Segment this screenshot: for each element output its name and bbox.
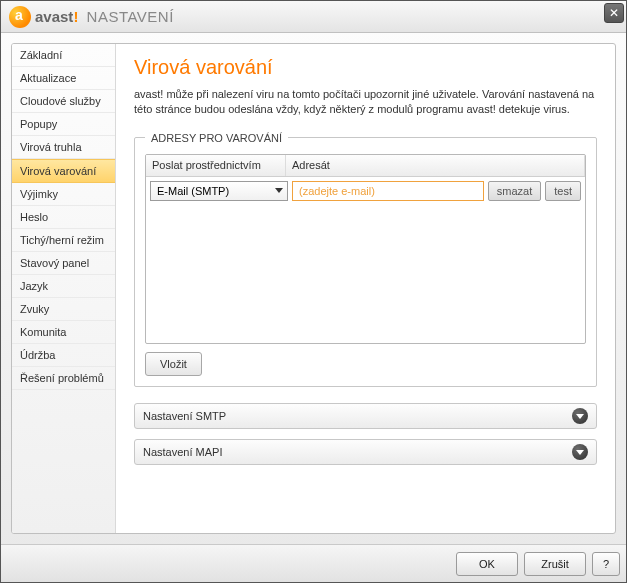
recipient-input[interactable]: (zadejte e-mail): [292, 181, 484, 201]
col-recipient: Adresát: [286, 155, 585, 176]
avast-logo-icon: [9, 6, 31, 28]
window-body: ZákladníAktualizaceCloudové službyPopupy…: [1, 33, 626, 544]
chevron-down-icon: [275, 188, 283, 193]
recipient-placeholder: (zadejte e-mail): [299, 185, 375, 197]
sidebar-item-6[interactable]: Výjimky: [12, 183, 115, 206]
sidebar-item-9[interactable]: Stavový panel: [12, 252, 115, 275]
settings-window: avast! NASTAVENÍ ✕ ZákladníAktualizaceCl…: [0, 0, 627, 583]
titlebar: avast! NASTAVENÍ ✕: [1, 1, 626, 33]
title-text: avast! NASTAVENÍ: [35, 8, 174, 25]
chevron-down-icon: [572, 444, 588, 460]
alert-addresses-group: ADRESY PRO VAROVÁNÍ Poslat prostřednictv…: [134, 132, 597, 387]
footer: OK Zrušit ?: [1, 544, 626, 582]
brand-excl: !: [73, 8, 78, 25]
smtp-expander[interactable]: Nastavení SMTP: [134, 403, 597, 429]
test-button[interactable]: test: [545, 181, 581, 201]
page-title: Virová varování: [134, 56, 597, 79]
sidebar-item-7[interactable]: Heslo: [12, 206, 115, 229]
sidebar-item-0[interactable]: Základní: [12, 44, 115, 67]
chevron-down-icon: [572, 408, 588, 424]
method-select[interactable]: E-Mail (SMTP): [150, 181, 288, 201]
sidebar-item-12[interactable]: Komunita: [12, 321, 115, 344]
insert-button[interactable]: Vložit: [145, 352, 202, 376]
table-row: E-Mail (SMTP) (zadejte e-mail) smazat te…: [146, 177, 585, 205]
smtp-expander-label: Nastavení SMTP: [143, 410, 226, 422]
cancel-button[interactable]: Zrušit: [524, 552, 586, 576]
page-description: avast! může při nalezení viru na tomto p…: [134, 87, 597, 118]
method-select-value: E-Mail (SMTP): [157, 185, 229, 197]
mapi-expander[interactable]: Nastavení MAPI: [134, 439, 597, 465]
sidebar-item-3[interactable]: Popupy: [12, 113, 115, 136]
sidebar-item-10[interactable]: Jazyk: [12, 275, 115, 298]
group-legend: ADRESY PRO VAROVÁNÍ: [145, 132, 288, 144]
help-button[interactable]: ?: [592, 552, 620, 576]
ok-button[interactable]: OK: [456, 552, 518, 576]
addresses-table: Poslat prostřednictvím Adresát E-Mail (S…: [145, 154, 586, 344]
delete-button[interactable]: smazat: [488, 181, 541, 201]
sidebar-item-4[interactable]: Virová truhla: [12, 136, 115, 159]
mapi-expander-label: Nastavení MAPI: [143, 446, 222, 458]
table-header: Poslat prostřednictvím Adresát: [146, 155, 585, 177]
content-area: Virová varování avast! může při nalezení…: [116, 44, 615, 533]
sidebar-item-13[interactable]: Údržba: [12, 344, 115, 367]
sidebar-item-1[interactable]: Aktualizace: [12, 67, 115, 90]
sidebar-item-8[interactable]: Tichý/herní režim: [12, 229, 115, 252]
title-section: NASTAVENÍ: [87, 8, 174, 25]
sidebar-item-11[interactable]: Zvuky: [12, 298, 115, 321]
brand-name: avast: [35, 8, 73, 25]
col-method: Poslat prostřednictvím: [146, 155, 286, 176]
inner-panel: ZákladníAktualizaceCloudové službyPopupy…: [11, 43, 616, 534]
sidebar: ZákladníAktualizaceCloudové službyPopupy…: [12, 44, 116, 533]
close-button[interactable]: ✕: [604, 3, 624, 23]
sidebar-item-5[interactable]: Virová varování: [12, 159, 115, 183]
sidebar-item-14[interactable]: Řešení problémů: [12, 367, 115, 390]
sidebar-item-2[interactable]: Cloudové služby: [12, 90, 115, 113]
